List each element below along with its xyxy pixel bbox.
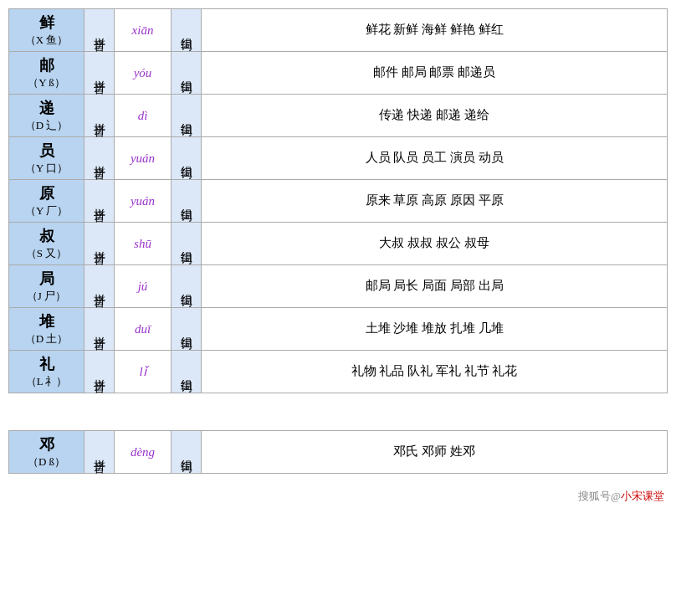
group-label: 组词 bbox=[172, 431, 202, 474]
pinyin-value: yuán bbox=[115, 180, 172, 223]
char-cell: 原（Y 厂） bbox=[9, 180, 84, 223]
pinyin-value: yuán bbox=[115, 137, 172, 180]
words-cell: 土堆 沙堆 堆放 扎堆 几堆 bbox=[202, 308, 668, 351]
pinyin-value: xiān bbox=[115, 9, 172, 52]
pinyin-label: 拼音 bbox=[84, 265, 115, 308]
pinyin-label: 拼音 bbox=[84, 137, 115, 180]
group-label: 组词 bbox=[172, 52, 202, 95]
words-cell: 礼物 礼品 队礼 军礼 礼节 礼花 bbox=[202, 351, 668, 393]
words-cell: 邮件 邮局 邮票 邮递员 bbox=[202, 52, 668, 95]
group-label: 组词 bbox=[172, 9, 202, 52]
group-label: 组词 bbox=[172, 223, 202, 265]
char-cell: 堆（D 土） bbox=[9, 308, 84, 351]
pinyin-label: 拼音 bbox=[84, 431, 115, 474]
group-label: 组词 bbox=[172, 265, 202, 308]
pinyin-value: jú bbox=[115, 265, 172, 308]
words-cell: 鲜花 新鲜 海鲜 鲜艳 鲜红 bbox=[202, 9, 668, 52]
char-cell: 邓（D ß） bbox=[9, 431, 84, 474]
char-cell: 礼（L 礻） bbox=[9, 351, 84, 393]
pinyin-value: dì bbox=[115, 95, 172, 137]
pinyin-value: yóu bbox=[115, 52, 172, 95]
pinyin-label: 拼音 bbox=[84, 9, 115, 52]
section2-title bbox=[8, 408, 668, 424]
pinyin-label: 拼音 bbox=[84, 351, 115, 393]
group-label: 组词 bbox=[172, 308, 202, 351]
char-cell: 叔（S 又） bbox=[9, 223, 84, 265]
pinyin-label: 拼音 bbox=[84, 180, 115, 223]
lesson4-table: 邓（D ß）拼音dèng组词邓氏 邓师 姓邓 bbox=[8, 430, 668, 474]
words-cell: 邓氏 邓师 姓邓 bbox=[202, 431, 668, 474]
group-label: 组词 bbox=[172, 95, 202, 137]
group-label: 组词 bbox=[172, 180, 202, 223]
pinyin-value: duī bbox=[115, 308, 172, 351]
char-cell: 局（J 尸） bbox=[9, 265, 84, 308]
pinyin-label: 拼音 bbox=[84, 52, 115, 95]
pinyin-label: 拼音 bbox=[84, 95, 115, 137]
watermark-brand: 小宋课堂 bbox=[621, 490, 664, 502]
group-label: 组词 bbox=[172, 137, 202, 180]
words-cell: 邮局 局长 局面 局部 出局 bbox=[202, 265, 668, 308]
group-label: 组词 bbox=[172, 351, 202, 393]
pinyin-value: lǐ bbox=[115, 351, 172, 393]
char-cell: 员（Y 口） bbox=[9, 137, 84, 180]
words-cell: 人员 队员 员工 演员 动员 bbox=[202, 137, 668, 180]
pinyin-label: 拼音 bbox=[84, 223, 115, 265]
words-cell: 传递 快递 邮递 递给 bbox=[202, 95, 668, 137]
pinyin-label: 拼音 bbox=[84, 308, 115, 351]
watermark: 搜狐号@小宋课堂 bbox=[8, 489, 668, 504]
pinyin-value: dèng bbox=[115, 431, 172, 474]
char-cell: 邮（Y ß） bbox=[9, 52, 84, 95]
pinyin-value: shū bbox=[115, 223, 172, 265]
words-cell: 原来 草原 高原 原因 平原 bbox=[202, 180, 668, 223]
char-cell: 鲜（X 鱼） bbox=[9, 9, 84, 52]
char-cell: 递（D 辶） bbox=[9, 95, 84, 137]
lesson3-table: 鲜（X 鱼）拼音xiān组词鲜花 新鲜 海鲜 鲜艳 鲜红邮（Y ß）拼音yóu组… bbox=[8, 8, 668, 393]
words-cell: 大叔 叔叔 叔公 叔母 bbox=[202, 223, 668, 265]
